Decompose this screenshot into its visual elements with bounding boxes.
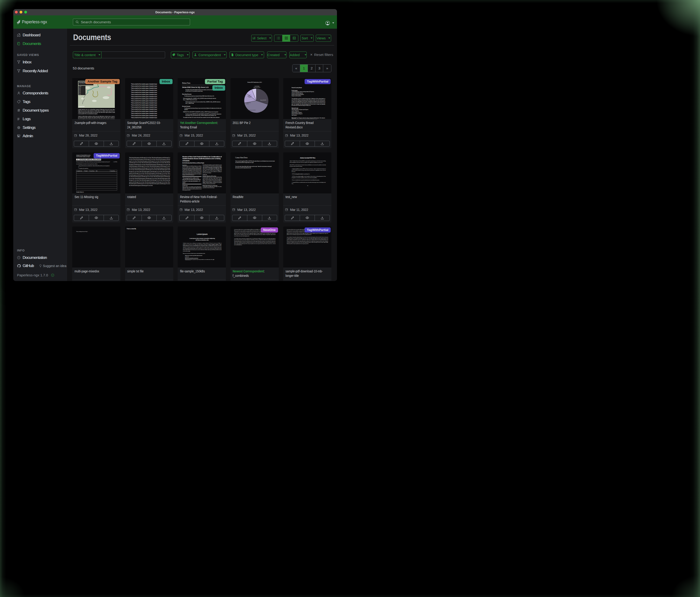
svg-text:?: ? bbox=[18, 257, 19, 259]
